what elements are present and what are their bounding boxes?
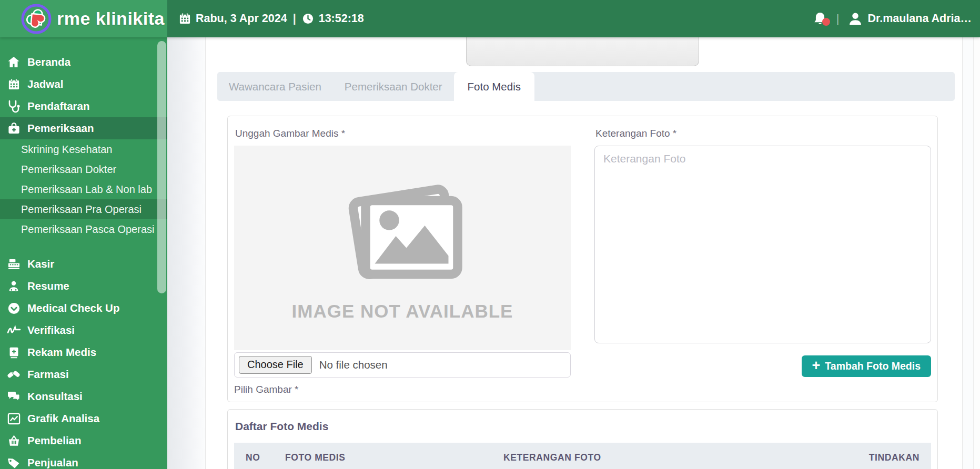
sidebar-item-pemeriksaan-pra-operasi[interactable]: Pemeriksaan Pra Operasi [0,199,167,219]
calendar-icon [179,13,191,25]
clock-icon [302,13,314,25]
person-icon [6,280,21,292]
user-name: Dr.maulana Adria… [867,12,972,25]
daftar-title: Daftar Foto Medis [235,420,931,433]
datetime-separator: | [293,12,296,25]
sidebar-item-beranda[interactable]: Beranda [0,51,167,73]
notification-bell-button[interactable] [812,11,828,27]
sidebar-spacer [0,239,167,253]
datetime-display: Rabu, 3 Apr 2024 | 13:52:18 [179,12,364,25]
sidebar-item-resume[interactable]: Resume [0,275,167,297]
tab-wawancara-pasien[interactable]: Wawancara Pasien [217,72,333,101]
upload-column: Unggah Gambar Medis * IMAGE NOT AVAILABL… [234,123,571,395]
submit-label: Tambah Foto Medis [825,360,921,372]
tab-bar: Wawancara Pasien Pemeriksaan Dokter Foto… [217,72,955,101]
header-actions: | Dr.maulana Adria… [812,11,980,27]
home-icon [6,55,21,69]
medical-bag-icon [6,122,21,135]
check-circle-icon [6,302,21,315]
plus-icon: + [812,359,821,373]
app-logo-block[interactable]: rme klinikita [0,0,167,37]
tab-pemeriksaan-dokter[interactable]: Pemeriksaan Dokter [333,72,454,101]
chart-icon [6,412,21,425]
sidebar-item-verifikasi[interactable]: Verifikasi [0,319,167,341]
column-header-keterangan-foto: KETERANGAN FOTO [503,452,869,463]
table-header-row: NO FOTO MEDIS KETERANGAN FOTO TINDAKAN [234,443,931,469]
tag-icon [6,456,21,469]
page-scrollbar[interactable] [973,37,980,469]
header-bar: Rabu, 3 Apr 2024 | 13:52:18 | [167,0,980,37]
column-header-no: NO [246,452,285,463]
chat-icon [6,390,21,403]
column-header-foto-medis: FOTO MEDIS [285,452,503,463]
cash-register-icon [6,258,21,271]
sidebar-item-rekam-medis[interactable]: Rekam Medis [0,341,167,363]
sidebar-item-jadwal[interactable]: Jadwal [0,73,167,95]
app-logo-icon [21,4,52,34]
signature-icon [6,323,21,338]
basket-icon [6,434,21,447]
content-area: Wawancara Pasien Pemeriksaan Dokter Foto… [167,37,980,469]
file-input[interactable]: Choose File No file chosen [234,352,571,378]
top-header: rme klinikita Rabu, 3 Apr 2024 | 13:52:1… [0,0,980,37]
sidebar-item-medical-check-up[interactable]: Medical Check Up [0,297,167,319]
sidebar-scrollbar-thumb[interactable] [157,41,166,293]
sidebar-item-pemeriksaan-dokter[interactable]: Pemeriksaan Dokter [0,159,167,179]
caption-column: Keterangan Foto * + Tambah Foto Medis [594,123,931,395]
file-helper-label: Pilih Gambar * [234,384,571,395]
sidebar-item-pembelian[interactable]: Pembelian [0,430,167,452]
sidebar-item-skrining-kesehatan[interactable]: Skrining Kesehatan [0,139,167,159]
sidebar-item-farmasi[interactable]: Farmasi [0,363,167,385]
current-date: Rabu, 3 Apr 2024 [196,12,287,25]
calendar-icon [6,78,21,91]
daftar-foto-medis-card: Daftar Foto Medis NO FOTO MEDIS KETERANG… [227,409,938,469]
scrolled-panel-remnant [466,37,699,66]
user-icon [847,11,863,27]
sidebar-item-kasir[interactable]: Kasir [0,253,167,275]
sidebar-item-pendaftaran[interactable]: Pendaftaran [0,95,167,117]
caption-label: Keterangan Foto * [595,128,931,139]
caption-textarea[interactable] [594,146,931,343]
sidebar-nav: Beranda Jadwal Pendaftaran [0,37,167,469]
user-menu-button[interactable]: Dr.maulana Adria… [847,11,972,27]
image-not-available-text: IMAGE NOT AVAILABLE [292,301,513,322]
photo-placeholder-icon [337,174,468,293]
header-divider: | [836,12,840,26]
upload-label: Unggah Gambar Medis * [235,128,571,139]
sidebar-item-pemeriksaan-lab[interactable]: Pemeriksaan Lab & Non lab [0,179,167,199]
choose-file-button[interactable]: Choose File [239,356,312,374]
sidebar-item-penjualan[interactable]: Penjualan [0,452,167,469]
sidebar-item-pemeriksaan-pasca-operasi[interactable]: Pemeriksaan Pasca Operasi [0,219,167,239]
brand-name: rme klinikita [57,8,165,29]
pills-icon [6,368,21,381]
column-header-tindakan: TINDAKAN [869,452,920,463]
current-time: 13:52:18 [319,12,364,25]
medical-book-icon [6,346,21,359]
submit-row: + Tambah Foto Medis [594,355,931,377]
tab-foto-medis[interactable]: Foto Medis [454,72,534,101]
file-chosen-status: No file chosen [319,359,388,371]
image-preview-box: IMAGE NOT AVAILABLE [234,146,571,350]
sidebar-item-grafik-analisa[interactable]: Grafik Analisa [0,407,167,430]
main-panel: Wawancara Pasien Pemeriksaan Dokter Foto… [205,37,963,469]
notification-badge [822,18,830,26]
sidebar-item-pemeriksaan[interactable]: Pemeriksaan [0,117,167,139]
stethoscope-icon [6,99,21,113]
tambah-foto-medis-button[interactable]: + Tambah Foto Medis [802,355,931,377]
sidebar-item-konsultasi[interactable]: Konsultasi [0,385,167,407]
foto-medis-form: Unggah Gambar Medis * IMAGE NOT AVAILABL… [227,116,938,402]
